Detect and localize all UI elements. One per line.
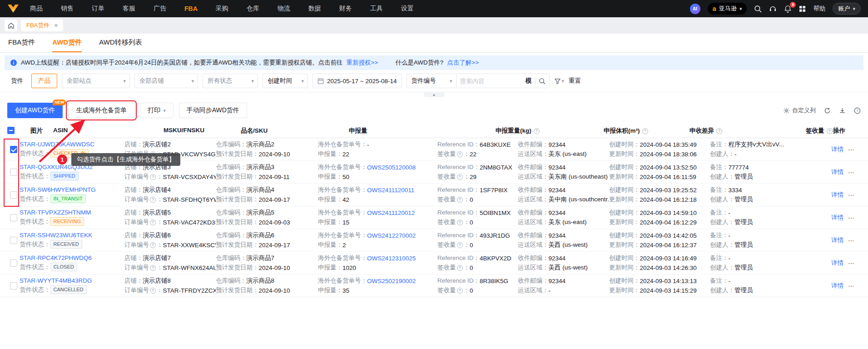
row-checkbox[interactable] xyxy=(10,214,17,221)
status-select[interactable]: 所有状态▾ xyxy=(203,74,258,88)
help-icon[interactable]: ? xyxy=(457,242,463,248)
help-icon[interactable]: ? xyxy=(457,265,463,271)
more-actions-button[interactable]: ⋯ xyxy=(848,191,855,199)
nav-item-finance[interactable]: 财务 xyxy=(338,0,353,17)
nav-item-customer-service[interactable]: 客服 xyxy=(122,0,136,17)
site-select[interactable]: 全部站点▾ xyxy=(62,74,130,88)
help-icon[interactable]: ? xyxy=(457,174,463,180)
more-actions-button[interactable]: ⋯ xyxy=(848,237,855,244)
asin-link[interactable]: STAR-SW6HWYEMHPNTG xyxy=(20,186,124,193)
select-all-checkbox[interactable] xyxy=(7,127,15,134)
asin-link[interactable]: STAR-TFVPXZZ5HTNMM xyxy=(20,209,124,216)
help-icon[interactable]: ? xyxy=(827,128,833,134)
nav-item-ads[interactable]: 广告 xyxy=(153,0,167,17)
help-icon[interactable]: ? xyxy=(642,128,648,134)
nav-item-warehouse[interactable]: 仓库 xyxy=(246,0,260,17)
store-select[interactable]: 全部店铺▾ xyxy=(134,74,198,88)
close-icon[interactable]: × xyxy=(54,22,58,29)
help-icon[interactable]: ? xyxy=(716,128,722,134)
refresh-icon[interactable] xyxy=(824,107,831,114)
help-icon[interactable]: ? xyxy=(457,288,463,294)
row-checkbox[interactable] xyxy=(10,169,17,176)
more-actions-button[interactable]: ⋯ xyxy=(848,146,855,153)
reset-filters-button[interactable]: 重置 xyxy=(569,77,581,85)
nav-item-fba[interactable]: FBA xyxy=(184,0,198,17)
search-input[interactable] xyxy=(460,78,523,85)
row-checkbox[interactable] xyxy=(10,237,17,244)
row-checkbox[interactable] xyxy=(10,191,17,199)
marketplace-switcher[interactable]: a 亚马逊 ▾ xyxy=(708,3,747,15)
nav-item-logistics[interactable]: 物流 xyxy=(277,0,291,17)
help-icon[interactable]: ? xyxy=(150,288,156,294)
nav-item-sales[interactable]: 销售 xyxy=(60,0,74,17)
row-checkbox[interactable] xyxy=(10,146,17,153)
export-download-icon[interactable] xyxy=(839,107,846,114)
row-checkbox[interactable] xyxy=(10,259,17,267)
search-field-select[interactable]: 货件编号▾ xyxy=(407,74,456,88)
more-actions-button[interactable]: ⋯ xyxy=(848,169,855,176)
ai-assistant-button[interactable]: AI xyxy=(690,4,700,14)
asin-link[interactable]: STAR-SSHW23WU6TEKK xyxy=(20,232,124,239)
tab-awd-transfer-list[interactable]: AWD转移列表 xyxy=(99,34,142,52)
ows-link[interactable]: OWS2502190002 xyxy=(367,278,416,284)
help-icon[interactable]: ? xyxy=(150,151,156,157)
detail-link[interactable]: 详情 xyxy=(831,214,843,222)
help-icon[interactable]: ? xyxy=(457,197,463,203)
nav-item-settings[interactable]: 设置 xyxy=(400,0,415,17)
search-submit-icon[interactable] xyxy=(539,78,546,85)
fuzzy-match-toggle[interactable]: 模 xyxy=(526,77,532,85)
ows-link[interactable]: OWS2412310025 xyxy=(367,255,416,262)
search-icon[interactable] xyxy=(754,5,762,13)
detail-link[interactable]: 详情 xyxy=(831,168,843,176)
ows-link[interactable]: OWS2412270002 xyxy=(367,232,416,239)
help-icon[interactable]: ? xyxy=(150,242,156,248)
detail-link[interactable]: 详情 xyxy=(831,282,843,290)
support-headset-icon[interactable] xyxy=(769,5,777,13)
asin-link[interactable]: STAR-UJWD76KAWWDSC xyxy=(20,141,124,148)
customize-columns-button[interactable]: 自定义列 xyxy=(783,106,816,115)
generate-overseas-stock-order-button[interactable]: 生成海外仓备货单 xyxy=(68,103,134,118)
manual-sync-awd-button[interactable]: 手动同步AWD货件 xyxy=(179,103,247,118)
more-actions-button[interactable]: ⋯ xyxy=(848,259,855,267)
more-actions-button[interactable]: ⋯ xyxy=(848,214,855,221)
tab-awd-shipment[interactable]: AWD货件 xyxy=(52,34,82,52)
nav-item-products[interactable]: 商品 xyxy=(29,0,44,17)
detail-link[interactable]: 详情 xyxy=(831,236,843,244)
detail-link[interactable]: 详情 xyxy=(831,259,843,267)
nav-item-orders[interactable]: 订单 xyxy=(91,0,105,17)
tab-fba-shipment[interactable]: FBA货件 xyxy=(8,34,35,52)
ows-link[interactable]: OWS2505120008 xyxy=(367,164,416,171)
ows-link[interactable]: OWS2411120012 xyxy=(367,209,415,216)
mode-toggle-shipment[interactable]: 货件 xyxy=(7,74,27,88)
open-tab-fba-shipment[interactable]: FBA货件 × xyxy=(21,20,63,31)
learn-more-link[interactable]: 点击了解>> xyxy=(447,59,479,67)
apps-grid-icon[interactable] xyxy=(799,5,806,12)
ows-link[interactable]: OWS2411120011 xyxy=(367,187,414,194)
account-menu[interactable]: 账户 ▾ xyxy=(833,3,861,15)
nav-item-data[interactable]: 数据 xyxy=(308,0,322,17)
home-button[interactable] xyxy=(5,20,17,31)
asin-link[interactable]: STAR-RPC4K72PHWDQ6 xyxy=(20,254,124,261)
nav-item-purchase[interactable]: 采购 xyxy=(215,0,229,17)
help-link[interactable]: 帮助 xyxy=(813,5,825,13)
help-icon[interactable]: ? xyxy=(457,151,463,157)
nav-item-tools[interactable]: 工具 xyxy=(369,0,384,17)
help-icon[interactable]: ? xyxy=(150,265,156,271)
asin-link[interactable]: STAR-WYYTF4MB43RDG xyxy=(20,277,124,284)
app-logo-icon[interactable] xyxy=(7,4,19,13)
help-icon[interactable]: ? xyxy=(534,128,540,134)
row-checkbox[interactable] xyxy=(10,282,17,289)
more-actions-button[interactable]: ⋯ xyxy=(848,282,855,289)
mode-toggle-product[interactable]: 产品 xyxy=(31,74,57,88)
help-icon[interactable]: ? xyxy=(150,174,156,180)
help-icon[interactable]: ? xyxy=(150,219,156,225)
reauthorize-link[interactable]: 重新授权>> xyxy=(347,59,378,67)
time-field-select[interactable]: 创建时间▾ xyxy=(263,74,308,88)
create-awd-shipment-button[interactable]: 创建AWD货件 NEW xyxy=(7,103,63,118)
help-icon[interactable]: ? xyxy=(150,197,156,203)
asin-link[interactable]: STAR-QGXKUR4GQ3UU2 xyxy=(20,164,124,170)
collapse-filters-handle[interactable]: ▲ xyxy=(424,92,445,97)
print-button[interactable]: 打印 ▾ xyxy=(140,103,174,118)
help-icon[interactable]: ? xyxy=(457,219,463,225)
detail-link[interactable]: 详情 xyxy=(831,145,843,154)
